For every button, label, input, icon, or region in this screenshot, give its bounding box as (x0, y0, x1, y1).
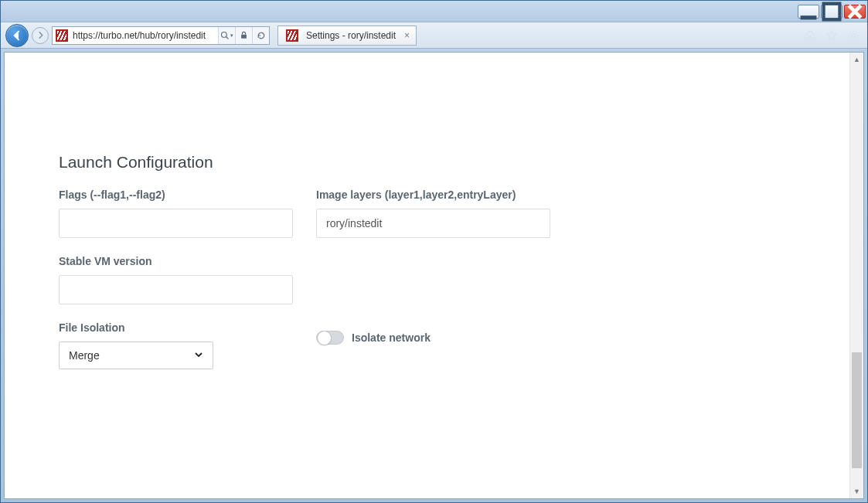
url-input[interactable] (71, 27, 218, 44)
window-titlebar (1, 1, 867, 22)
home-icon[interactable] (803, 29, 817, 42)
nav-back-button[interactable] (5, 24, 29, 47)
site-favicon-icon (56, 29, 68, 42)
section-title: Launch Configuration (59, 153, 849, 172)
isolate-network-label: Isolate network (352, 331, 431, 344)
stable-vm-input[interactable] (59, 275, 293, 304)
search-dropdown-button[interactable]: ▾ (218, 27, 235, 44)
layers-field: Image layers (layer1,layer2,entryLayer) (316, 189, 550, 238)
page-viewport: Launch Configuration Flags (--flag1,--fl… (4, 52, 864, 499)
toggle-knob (317, 331, 332, 345)
isolate-network-field: Isolate network (316, 321, 550, 352)
svg-line-3 (226, 36, 229, 39)
favorites-star-icon[interactable] (825, 29, 839, 42)
stable-vm-field: Stable VM version (59, 255, 293, 304)
window-close-button[interactable] (844, 5, 866, 19)
file-isolation-select[interactable]: Merge (59, 342, 213, 369)
tab-close-button[interactable]: × (403, 30, 411, 41)
file-isolation-label: File Isolation (59, 321, 293, 334)
svg-point-5 (852, 33, 855, 36)
tab-title: Settings - rory/instedit (306, 30, 398, 41)
layers-label: Image layers (layer1,layer2,entryLayer) (316, 189, 550, 201)
settings-gear-icon[interactable] (846, 29, 860, 42)
flags-label: Flags (--flag1,--flag2) (59, 189, 293, 201)
browser-window: ▾ Settings - rory/instedit × Launch (0, 0, 868, 503)
scroll-track[interactable] (850, 66, 863, 484)
stable-vm-label: Stable VM version (59, 255, 293, 267)
nav-forward-button[interactable] (32, 27, 49, 44)
flags-input[interactable] (59, 209, 293, 238)
svg-rect-0 (801, 15, 817, 19)
scroll-thumb[interactable] (852, 352, 862, 468)
tab-favicon-icon (286, 29, 298, 42)
svg-rect-1 (824, 3, 840, 19)
layers-input[interactable] (316, 209, 550, 238)
svg-point-2 (222, 32, 227, 37)
window-maximize-button[interactable] (821, 5, 842, 19)
vertical-scrollbar[interactable]: ▲ ▼ (849, 53, 863, 498)
file-isolation-value: Merge (69, 349, 100, 362)
isolate-network-toggle[interactable] (316, 331, 344, 345)
scroll-up-arrow-icon[interactable]: ▲ (850, 53, 863, 66)
browser-tab[interactable]: Settings - rory/instedit × (277, 25, 417, 46)
scroll-down-arrow-icon[interactable]: ▼ (850, 484, 863, 498)
security-lock-icon[interactable] (235, 27, 252, 44)
address-bar: ▾ (52, 26, 270, 45)
file-isolation-field: File Isolation Merge (59, 321, 293, 369)
browser-toolbar: ▾ Settings - rory/instedit × (1, 22, 867, 49)
chevron-down-icon (194, 350, 203, 362)
window-minimize-button[interactable] (798, 5, 819, 19)
svg-rect-4 (241, 35, 247, 39)
page-content: Launch Configuration Flags (--flag1,--fl… (5, 53, 849, 498)
flags-field: Flags (--flag1,--flag2) (59, 189, 293, 238)
refresh-button[interactable] (252, 27, 269, 44)
